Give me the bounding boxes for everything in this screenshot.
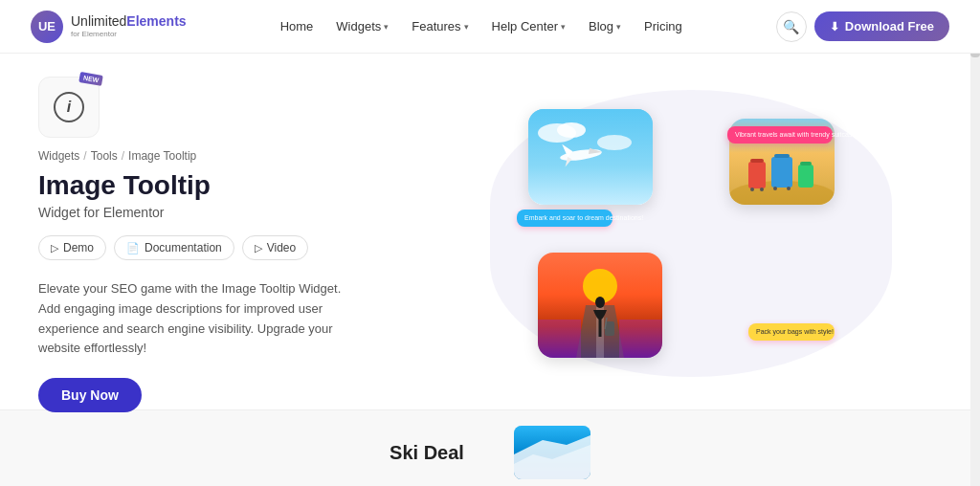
- svg-rect-25: [619, 320, 662, 358]
- svg-rect-24: [538, 320, 581, 358]
- chevron-down-icon: ▾: [616, 22, 621, 32]
- download-icon: ⬇: [830, 20, 839, 33]
- bottom-section: Ski Deal: [0, 409, 980, 486]
- woman-svg: [538, 253, 662, 358]
- nav-actions: 🔍 ⬇ Download Free: [776, 11, 949, 42]
- nav-widgets[interactable]: Widgets▾: [326, 13, 398, 39]
- info-icon: i: [54, 92, 84, 122]
- download-free-button[interactable]: ⬇ Download Free: [814, 11, 949, 41]
- airplane-scene: [528, 109, 653, 205]
- logo-icon: UE: [31, 11, 63, 43]
- ski-deal-title: Ski Deal: [390, 442, 464, 464]
- svg-point-17: [760, 188, 764, 191]
- svg-point-19: [787, 187, 791, 190]
- chevron-down-icon: ▾: [464, 22, 469, 32]
- breadcrumb-current: Image Tooltip: [128, 149, 196, 163]
- documentation-tab[interactable]: 📄 Documentation: [114, 235, 234, 260]
- buy-now-button[interactable]: Buy Now: [38, 378, 142, 412]
- svg-point-3: [597, 135, 632, 150]
- logo-subtitle: for Elementor: [71, 30, 187, 38]
- svg-point-18: [773, 187, 777, 190]
- action-tabs: ▷ Demo 📄 Documentation ▷ Video: [38, 235, 402, 260]
- page-subtitle: Widget for Elementor: [38, 205, 402, 220]
- left-panel: i NEW Widgets / Tools / Image Tooltip Im…: [38, 77, 402, 390]
- play-icon: ▷: [51, 242, 58, 254]
- logo[interactable]: UE UnlimitedElements for Elementor: [31, 11, 187, 43]
- svg-point-2: [557, 122, 586, 138]
- woman-image-card: [538, 253, 662, 358]
- nav-pricing[interactable]: Pricing: [635, 13, 692, 39]
- new-badge: NEW: [78, 72, 103, 86]
- breadcrumb-tools[interactable]: Tools: [91, 149, 118, 163]
- logo-elem: Elements: [126, 13, 186, 29]
- video-tab[interactable]: ▷ Video: [242, 235, 308, 260]
- search-button[interactable]: 🔍: [776, 11, 807, 42]
- page-title: Image Tooltip: [38, 170, 402, 201]
- svg-rect-10: [748, 162, 766, 188]
- nav-home[interactable]: Home: [271, 13, 323, 39]
- svg-point-16: [750, 188, 754, 191]
- navigation: UE UnlimitedElements for Elementor Home …: [0, 0, 980, 54]
- svg-rect-15: [800, 162, 812, 166]
- video-icon: ▷: [255, 242, 262, 254]
- logo-text: UnlimitedElements: [71, 14, 187, 29]
- right-panel: Vibrant travels await with trendy suitca…: [440, 77, 942, 390]
- logo-unlim: Unlimited: [71, 13, 126, 29]
- preview-images: Vibrant travels await with trendy suitca…: [509, 99, 873, 367]
- main-content: i NEW Widgets / Tools / Image Tooltip Im…: [0, 54, 980, 409]
- svg-rect-12: [771, 157, 792, 188]
- hero-description: Elevate your SEO game with the Image Too…: [38, 279, 345, 359]
- airplane-svg: [528, 109, 653, 205]
- ski-preview-image: [514, 426, 590, 479]
- breadcrumb-widgets[interactable]: Widgets: [38, 149, 79, 163]
- airplane-image-card: [528, 109, 653, 205]
- nav-features[interactable]: Features▾: [402, 13, 478, 39]
- breadcrumb: Widgets / Tools / Image Tooltip: [38, 149, 402, 163]
- tooltip-bubble-yellow: Pack your bags with style!: [748, 323, 835, 341]
- svg-rect-13: [774, 154, 790, 158]
- svg-rect-11: [750, 159, 764, 163]
- chevron-down-icon: ▾: [561, 22, 566, 32]
- doc-icon: 📄: [126, 242, 140, 254]
- widget-icon-box: i NEW: [38, 77, 100, 138]
- nav-blog[interactable]: Blog▾: [579, 13, 631, 39]
- tooltip-bubble-blue: Embark and soar to dream destinations!: [517, 210, 612, 227]
- nav-helpcenter[interactable]: Help Center▾: [482, 13, 575, 39]
- demo-tab[interactable]: ▷ Demo: [38, 235, 106, 260]
- tooltip-bubble-pink: Vibrant travels await with trendy suitca…: [727, 126, 833, 144]
- svg-point-26: [595, 297, 605, 308]
- nav-links: Home Widgets▾ Features▾ Help Center▾ Blo…: [271, 13, 692, 39]
- scrollbar-track: [970, 0, 980, 486]
- search-icon: 🔍: [783, 19, 799, 34]
- chevron-down-icon: ▾: [384, 22, 389, 32]
- svg-rect-14: [798, 165, 813, 188]
